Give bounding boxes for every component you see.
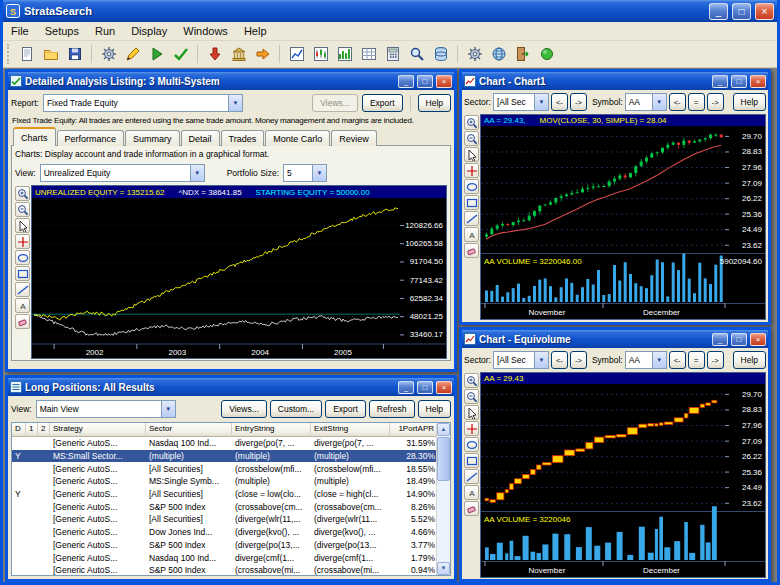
search-magnifier-icon[interactable] [405,43,428,66]
column-header-strategy[interactable]: Strategy [50,423,146,437]
table-row[interactable]: [Generic AutoS...[All Securities](crossb… [12,462,436,475]
equivolume-titlebar[interactable]: Chart - Equivolume _ □ × [462,330,768,348]
sector-prev-next-button-1[interactable]: -> [570,93,587,111]
chevron-down-icon[interactable]: ▼ [190,165,204,181]
maximize-button[interactable]: □ [417,381,433,394]
close-button[interactable]: × [436,75,452,88]
sector-prev-next-button-0[interactable]: <- [551,351,568,369]
chevron-down-icon[interactable]: ▼ [534,94,548,110]
export-arrow-icon[interactable] [251,43,274,66]
equivolume-canvas[interactable]: 29.7028.8327.9627.0926.2225.3624.4923.62… [481,384,765,577]
scroll-up-icon[interactable]: ▲ [437,423,450,436]
column-header-exitstring[interactable]: ExitString [311,423,390,437]
menu-item-file[interactable]: File [3,23,37,39]
column-header-1portapr[interactable]: 1PortAPR [390,423,436,437]
column-header-1[interactable]: 1 [26,423,38,437]
rectangle-tool-icon[interactable] [464,195,479,210]
trendline-tool-icon[interactable] [464,211,479,226]
close-button[interactable]: × [750,333,766,346]
column-header-2[interactable]: 2 [38,423,50,437]
table-row[interactable]: [Generic AutoS...MS:Single Symb...(multi… [12,475,436,488]
symbol-nav-button-0[interactable]: <- [669,351,686,369]
symbol-nav-button-1[interactable]: = [688,93,705,111]
positions-titlebar[interactable]: Long Positions: All Results _ □ × [8,378,454,396]
exit-door-icon[interactable] [511,43,534,66]
ellipse-tool-icon[interactable] [15,250,30,265]
text-tool-icon[interactable]: A [464,227,479,242]
pointer-icon[interactable] [464,147,479,162]
maximize-button[interactable]: □ [732,3,751,20]
database-icon[interactable] [429,43,452,66]
download-data-icon[interactable] [203,43,226,66]
crosshair-icon[interactable] [464,163,479,178]
chevron-down-icon[interactable]: ▼ [652,352,666,368]
symbol-nav-button-0[interactable]: <- [669,93,686,111]
column-header-d[interactable]: D [12,423,26,437]
zoom-in-icon[interactable] [464,115,479,130]
sector-combobox[interactable]: [All Sec ▼ [493,351,549,369]
save-icon[interactable] [63,43,86,66]
tab-review[interactable]: Review [331,130,377,146]
erase-tool-icon[interactable] [15,314,30,329]
menu-item-help[interactable]: Help [236,23,275,39]
sector-combobox[interactable]: [All Sec ▼ [493,93,549,111]
sector-prev-next-button-1[interactable]: -> [570,351,587,369]
equity-chart-icon[interactable] [333,43,356,66]
custom-button[interactable]: Custom... [270,400,322,418]
tab-summary[interactable]: Summary [125,130,180,146]
chevron-down-icon[interactable]: ▼ [161,401,175,417]
menu-item-setups[interactable]: Setups [37,23,87,39]
pointer-icon[interactable] [464,405,479,420]
data-table-icon[interactable] [381,43,404,66]
view-combobox[interactable]: Unrealized Equity ▼ [40,164,205,182]
maximize-button[interactable]: □ [731,75,747,88]
export-button[interactable]: Export [325,400,366,418]
symbol-nav-button-2[interactable]: -> [707,351,724,369]
table-row[interactable]: [Generic AutoS...[All Securities](diverg… [12,513,436,526]
refresh-button[interactable]: Refresh [369,400,415,418]
candle-chart-icon[interactable] [309,43,332,66]
erase-tool-icon[interactable] [464,501,479,516]
scrollbar-track[interactable] [437,482,450,562]
minimize-button[interactable]: _ [398,381,414,394]
table-row[interactable]: [Generic AutoS...Nasdaq 100 Ind...diverg… [12,551,436,564]
trendline-tool-icon[interactable] [464,469,479,484]
table-row[interactable]: [Generic AutoS...S&P 500 Index(crossabov… [12,500,436,513]
scrollbar-thumb[interactable] [437,437,450,481]
views-button[interactable]: Views... [312,94,358,112]
chevron-down-icon[interactable]: ▼ [312,165,326,181]
zoom-out-icon[interactable] [464,389,479,404]
edit-pencil-icon[interactable] [121,43,144,66]
tab-trades[interactable]: Trades [221,130,265,146]
toolbar-grip[interactable] [7,44,10,64]
export-button[interactable]: Export [362,94,403,112]
chevron-down-icon[interactable]: ▼ [534,352,548,368]
symbol-nav-button-2[interactable]: -> [707,93,724,111]
open-folder-icon[interactable] [39,43,62,66]
chevron-down-icon[interactable]: ▼ [228,95,242,111]
views-button[interactable]: Views... [221,400,267,418]
column-header-sector[interactable]: Sector [146,423,232,437]
status-ball-icon[interactable] [535,43,558,66]
scroll-down-icon[interactable]: ▼ [437,562,450,575]
app-titlebar[interactable]: S StrataSearch _ □ × [3,0,777,22]
ellipse-tool-icon[interactable] [464,437,479,452]
verify-check-icon[interactable] [169,43,192,66]
symbol-combobox[interactable]: AA ▼ [625,93,667,111]
options-gear-icon[interactable] [463,43,486,66]
report-grid-icon[interactable] [357,43,380,66]
text-tool-icon[interactable]: A [15,298,30,313]
symbol-combobox[interactable]: AA ▼ [625,351,667,369]
close-button[interactable]: × [755,3,774,20]
close-button[interactable]: × [750,75,766,88]
minimize-button[interactable]: _ [709,3,728,20]
table-row[interactable]: [Generic AutoS...S&P 500 Index(diverge(p… [12,539,436,552]
table-row[interactable]: Y[Generic AutoS...[All Securities](close… [12,488,436,501]
symbol-nav-button-1[interactable]: = [688,351,705,369]
help-button[interactable]: Help [418,400,451,418]
minimize-button[interactable]: _ [712,75,728,88]
sector-prev-next-button-0[interactable]: <- [551,93,568,111]
analysis-titlebar[interactable]: Detailed Analysis Listing: 3 Multi-Syste… [8,72,454,90]
tab-detail[interactable]: Detail [181,130,220,146]
web-globe-icon[interactable] [487,43,510,66]
